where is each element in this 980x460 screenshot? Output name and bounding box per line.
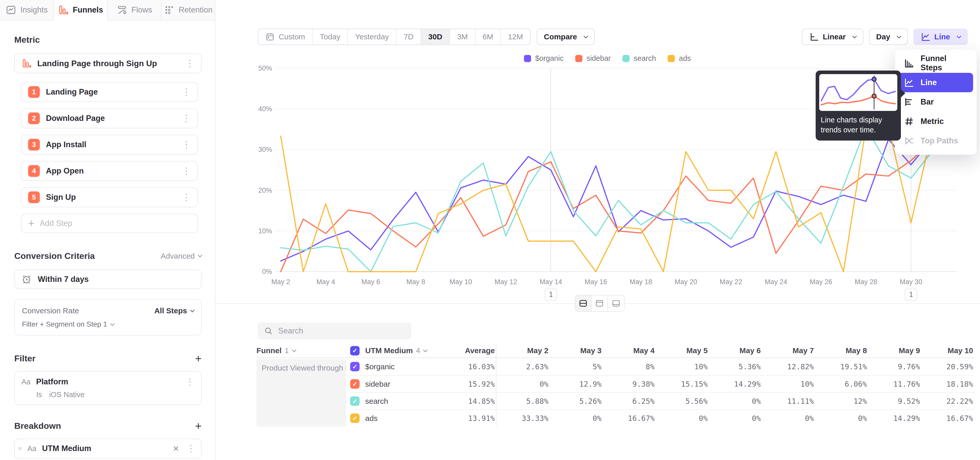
filter-segment-dropdown[interactable]: Filter + Segment on Step 1: [22, 320, 194, 328]
add-step-button[interactable]: + Add Step: [21, 214, 198, 233]
tab-flows[interactable]: Flows: [108, 0, 162, 21]
row-checkbox[interactable]: ✓: [350, 362, 360, 371]
range-12m[interactable]: 12M: [501, 29, 530, 45]
column-header-may-6[interactable]: May 6: [709, 344, 762, 358]
range-yesterday[interactable]: Yesterday: [348, 29, 396, 45]
menu-item-line[interactable]: Line: [899, 73, 973, 92]
step-kebab-icon[interactable]: ⋮: [182, 140, 191, 149]
remove-breakdown-icon[interactable]: ✕: [173, 444, 179, 453]
filter-operator[interactable]: Is: [36, 390, 42, 399]
tab-funnels[interactable]: Funnels: [54, 0, 108, 21]
range-label: Yesterday: [355, 32, 389, 41]
step-kebab-icon[interactable]: ⋮: [182, 166, 191, 176]
tab-retention[interactable]: Retention: [162, 0, 215, 21]
layout-split-toggle[interactable]: [575, 295, 592, 311]
column-header-may-4[interactable]: May 4: [603, 344, 655, 358]
range-6m[interactable]: 6M: [476, 29, 501, 45]
annotation-marker[interactable]: 1: [545, 289, 557, 300]
conversion-window-card[interactable]: Within 7 days: [14, 270, 202, 289]
tab-insights[interactable]: Insights: [0, 0, 54, 21]
value-cell: 20.59%: [921, 358, 974, 375]
value-cell: 12%: [815, 392, 868, 409]
row-checkbox[interactable]: ✓: [350, 346, 360, 356]
drag-handle-icon[interactable]: ≡: [18, 445, 22, 453]
metric-kebab-icon[interactable]: ⋮: [185, 59, 194, 68]
layout-table-only-toggle[interactable]: [608, 295, 624, 311]
chart-type-dropdown[interactable]: Line: [913, 29, 968, 45]
row-checkbox[interactable]: ✓: [350, 396, 360, 406]
column-header-may-9[interactable]: May 9: [868, 344, 921, 358]
filter-kebab-icon[interactable]: ⋮: [185, 377, 194, 387]
menu-item-metric[interactable]: Metric: [899, 112, 973, 131]
filter-card-platform[interactable]: Aa Platform ⋮ Is iOS Native: [14, 371, 202, 405]
range-3m[interactable]: 3M: [450, 29, 476, 45]
value-cell: 5.56%: [655, 392, 709, 409]
range-today[interactable]: Today: [313, 29, 348, 45]
tooltip-preview-chart: [819, 74, 897, 111]
row-checkbox[interactable]: ✓: [350, 379, 360, 389]
breakdown-card-utm-medium[interactable]: ≡ Aa UTM Medium ✕ ⋮: [14, 439, 202, 458]
step-card-5[interactable]: 5 Sign Up ⋮: [21, 187, 198, 207]
annotation-marker[interactable]: 1: [905, 289, 917, 300]
column-header-may-7[interactable]: May 7: [762, 344, 815, 358]
breakdown-kebab-icon[interactable]: ⋮: [186, 444, 196, 453]
step-card-3[interactable]: 3 App Install ⋮: [21, 135, 198, 155]
column-header-may-3[interactable]: May 3: [549, 344, 603, 358]
step-card-4[interactable]: 4 App Open ⋮: [21, 161, 198, 181]
step-kebab-icon[interactable]: ⋮: [182, 88, 191, 97]
granularity-dropdown[interactable]: Day: [869, 29, 908, 45]
step-kebab-icon[interactable]: ⋮: [182, 114, 191, 123]
metric-card[interactable]: Landing Page through Sign Up ⋮: [14, 53, 202, 73]
range-label: 12M: [508, 32, 523, 41]
range-label: Custom: [279, 32, 305, 41]
value-cell: 6.06%: [815, 375, 868, 392]
layout-toggle-group: [575, 295, 625, 312]
row-checkbox[interactable]: ✓: [350, 414, 360, 423]
calendar-icon: [266, 32, 275, 42]
step-number-badge: 2: [28, 112, 40, 124]
conversion-rate-card: Conversion Rate All Steps Filter + Segme…: [14, 299, 202, 335]
svg-text:30%: 30%: [258, 146, 272, 153]
advanced-dropdown[interactable]: Advanced: [161, 252, 202, 260]
value-cell: 16.67%: [921, 409, 974, 426]
compare-button[interactable]: Compare: [537, 29, 595, 45]
conversion-criteria-title: Conversion Criteria: [14, 251, 95, 261]
column-header-may-5[interactable]: May 5: [655, 344, 709, 358]
add-breakdown-button[interactable]: +: [195, 422, 202, 430]
column-header-may-2[interactable]: May 2: [496, 344, 549, 358]
string-type-icon: Aa: [21, 378, 30, 386]
step-card-1[interactable]: 1 Landing Page ⋮: [21, 82, 198, 102]
menu-item-label: Metric: [921, 117, 944, 126]
menu-item-bar[interactable]: Bar: [899, 92, 973, 112]
step-kebab-icon[interactable]: ⋮: [182, 193, 191, 202]
funnel-name-cell[interactable]: Product Viewed through P...: [256, 359, 346, 426]
step-card-2[interactable]: 2 Download Page ⋮: [21, 109, 198, 128]
row-label-sidebar[interactable]: ✓sidebar: [350, 375, 453, 392]
value-cell: 10%: [655, 358, 709, 375]
filter-value[interactable]: iOS Native: [49, 390, 85, 399]
search-icon: [264, 326, 273, 335]
column-header-may-10[interactable]: May 10: [921, 344, 974, 358]
range-custom[interactable]: Custom: [258, 29, 313, 45]
chevron-down-icon: [956, 34, 961, 38]
row-label-search[interactable]: ✓search: [350, 392, 453, 409]
flows-icon: [117, 5, 127, 15]
breakdown-column-header[interactable]: ✓UTM Medium4: [350, 344, 453, 358]
add-filter-button[interactable]: +: [195, 354, 202, 363]
column-header-may-8[interactable]: May 8: [815, 344, 868, 358]
menu-item-funnel-steps[interactable]: Funnel Steps: [899, 53, 973, 73]
scale-dropdown[interactable]: Linear: [802, 29, 863, 45]
column-header-average[interactable]: Average: [453, 344, 496, 358]
scale-label: Linear: [823, 32, 846, 41]
funnel-column-header[interactable]: Funnel1: [256, 344, 350, 358]
layout-chart-only-toggle[interactable]: [592, 295, 608, 311]
all-steps-dropdown[interactable]: All Steps: [154, 307, 194, 315]
table-search-input[interactable]: Search: [258, 323, 411, 339]
range-7d[interactable]: 7D: [396, 29, 421, 45]
svg-text:20%: 20%: [258, 187, 272, 194]
value-cell: 0%: [762, 409, 815, 426]
row-label-organic[interactable]: ✓$organic: [350, 358, 453, 375]
range-30d[interactable]: 30D: [421, 29, 450, 45]
row-label-ads[interactable]: ✓ads: [350, 409, 453, 426]
step-label: App Install: [46, 140, 176, 149]
